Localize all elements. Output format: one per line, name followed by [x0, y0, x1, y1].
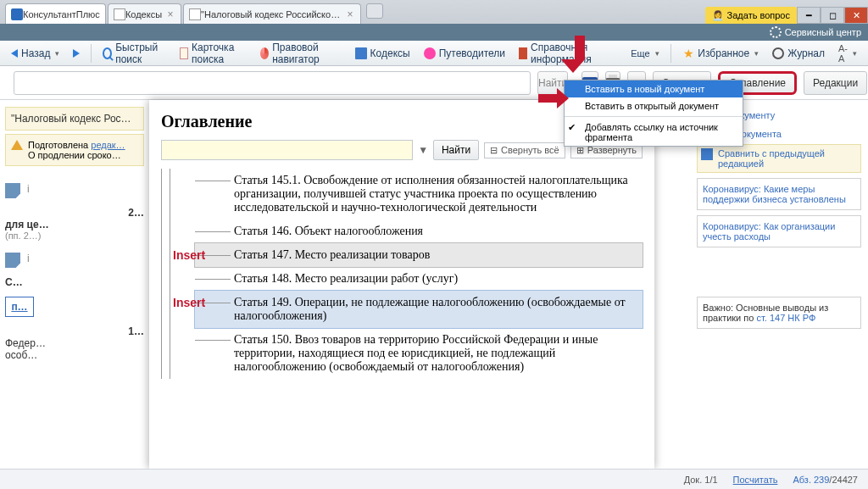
quick-search-button[interactable]: Быстрый поиск: [97, 42, 171, 64]
close-icon[interactable]: ×: [345, 9, 355, 19]
clock-icon: [772, 47, 784, 59]
editions-button[interactable]: Редакции: [804, 71, 867, 95]
window-maximize[interactable]: ◻: [821, 7, 844, 24]
more-button[interactable]: Еще▾: [625, 42, 665, 64]
legal-navigator-button[interactable]: Правовой навигатор: [254, 42, 347, 64]
page-search-input[interactable]: [14, 71, 531, 95]
insert-label: Insert: [173, 296, 205, 309]
tab-doc[interactable]: "Налоговый кодекс Российской Фе… ×: [183, 3, 361, 24]
toc-item[interactable]: Статья 145.1. Освобождение от исполнения…: [195, 169, 643, 219]
info-box[interactable]: Коронавирус: Как организации учесть расх…: [697, 215, 861, 247]
status-calc-link[interactable]: Посчитать: [733, 475, 778, 485]
info-icon: [519, 47, 527, 59]
font-size-button[interactable]: А-А▾: [832, 42, 863, 64]
book-icon: [355, 47, 367, 59]
toc-item[interactable]: Статья 148. Место реализации работ (услу…: [195, 267, 643, 291]
window-minimize[interactable]: ━: [797, 7, 821, 24]
app-icon: [11, 8, 23, 20]
menu-insert-new-doc[interactable]: Вставить в новый документ: [565, 81, 743, 97]
new-tab-button[interactable]: [366, 3, 383, 19]
tab-home[interactable]: КонсультантПлюс: [5, 3, 106, 24]
ask-label: Задать вопрос: [727, 10, 790, 20]
tab-home-title: КонсультантПлюс: [23, 9, 100, 19]
editions-link[interactable]: редак…: [91, 140, 125, 150]
card-icon: [180, 47, 189, 59]
back-button[interactable]: Назад▾: [5, 42, 65, 64]
search-icon: [103, 47, 112, 59]
fragment-link[interactable]: п…: [5, 297, 34, 317]
annotation-arrow-right: [538, 88, 569, 108]
forward-button[interactable]: [67, 42, 86, 64]
toc-collapse-button[interactable]: ⊟Свернуть всё: [484, 142, 565, 158]
page-icon: [189, 8, 201, 20]
status-bar: Док. 1/1 Посчитать Абз. 239/24427: [0, 469, 868, 489]
info-box[interactable]: Коронавирус: Какие меры поддержки бизнес…: [697, 178, 861, 210]
guide-icon: [424, 47, 436, 59]
ask-question-button[interactable]: 👩‍💼 Задать вопрос: [705, 7, 797, 24]
guides-button[interactable]: Путеводители: [418, 42, 511, 64]
menu-insert-open-doc[interactable]: Вставить в открытый документ: [565, 97, 743, 114]
service-center-link[interactable]: Сервисный центр: [785, 27, 861, 37]
tab-codex-title: Кодексы: [125, 9, 162, 19]
doc-warning: Подготовлена редак… О продлении сроко…: [5, 134, 144, 166]
toc-item-selected[interactable]: Insert Статья 149. Операции, не подлежащ…: [195, 291, 643, 328]
search-card-button[interactable]: Карточка поиска: [174, 42, 253, 64]
toc-find-button[interactable]: Найти: [433, 140, 479, 160]
word-export-menu: Вставить в новый документ Вставить в отк…: [564, 80, 743, 147]
arrow-left-icon: [11, 49, 18, 58]
toc-panel: Оглавление ▼ Найти ⊟Свернуть всё ⊞Развер…: [149, 100, 654, 469]
close-icon[interactable]: ×: [165, 9, 175, 19]
tab-codex[interactable]: Кодексы ×: [108, 3, 181, 24]
status-doc: Док. 1/1: [684, 475, 718, 485]
star-icon: ★: [683, 47, 694, 60]
info-box[interactable]: Важно: Основные выводы из практики по ст…: [697, 297, 861, 329]
toc-item[interactable]: Статья 150. Ввоз товаров на территорию Р…: [195, 328, 643, 379]
tab-doc-title: "Налоговый кодекс Российской Фе…: [201, 9, 342, 19]
codex-button[interactable]: Кодексы: [349, 42, 416, 64]
annotation-arrow-down: [568, 36, 585, 73]
arrow-right-icon: [73, 49, 80, 58]
compare-icon: [701, 148, 713, 160]
journal-button[interactable]: Журнал: [766, 42, 831, 64]
rlink-compare[interactable]: Сравнить с предыдущей редакцией: [697, 144, 861, 173]
toc-search-input[interactable]: [161, 140, 413, 160]
window-close[interactable]: ✕: [844, 7, 868, 24]
note-icon[interactable]: [5, 253, 20, 268]
warning-icon: [11, 140, 23, 150]
insert-label: Insert: [173, 248, 205, 262]
doc-title: "Налоговый кодекс Рос…: [5, 107, 144, 131]
page-icon: [114, 8, 125, 20]
menu-add-source-link[interactable]: ✔Добавлять ссылку на источник фрагмента: [565, 119, 743, 146]
note-icon[interactable]: [5, 183, 20, 198]
gear-icon: [770, 26, 782, 38]
favorites-button[interactable]: ★Избранное▾: [677, 42, 765, 64]
toc-item[interactable]: Insert Статья 147. Место реализации това…: [195, 243, 643, 267]
compass-icon: [260, 47, 269, 59]
status-abz: Абз. 239/24427: [793, 475, 858, 485]
toc-item[interactable]: Статья 146. Объект налогообложения: [195, 219, 643, 243]
